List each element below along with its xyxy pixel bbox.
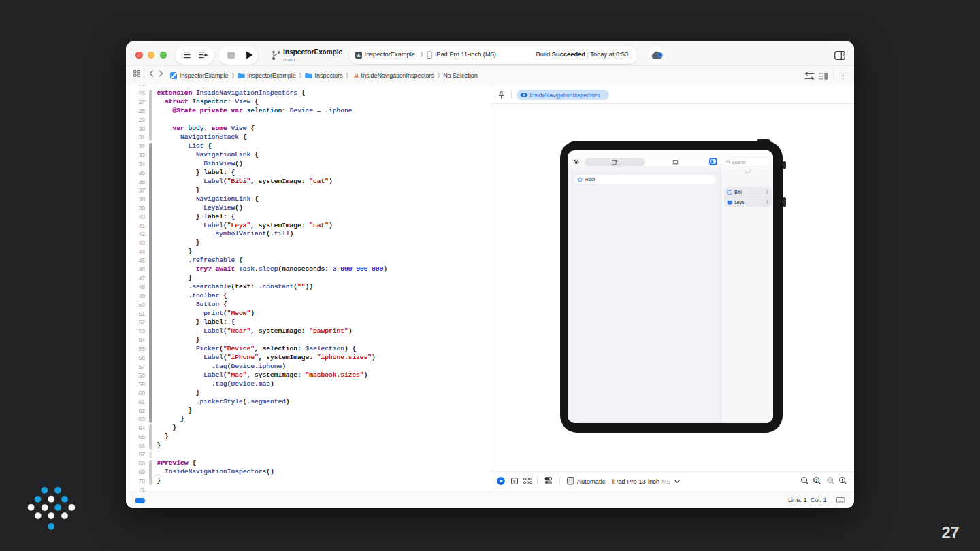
svg-text:1: 1 — [815, 478, 818, 482]
